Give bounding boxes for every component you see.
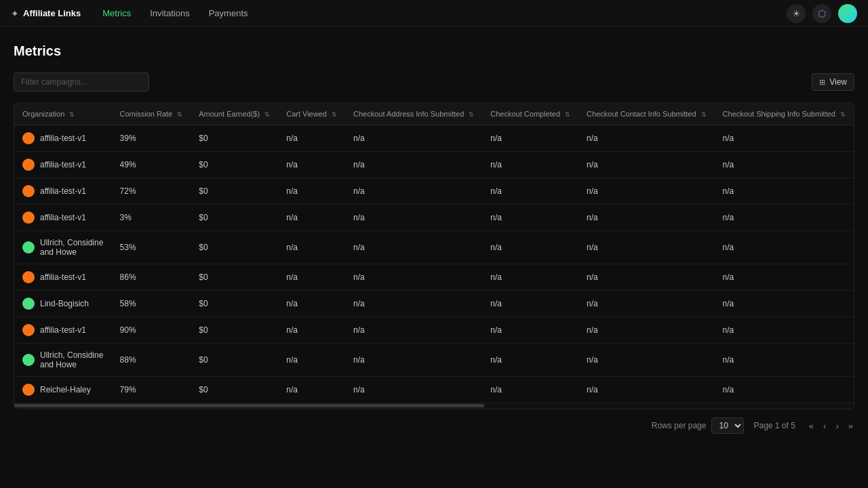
cell-cart-8: n/a (278, 344, 345, 377)
header-actions: ☀ ⬡ (787, 4, 857, 23)
cell-completed-6: n/a (482, 291, 578, 317)
table-scrollbar[interactable] (14, 403, 854, 409)
cell-commission-5: 86% (112, 264, 191, 291)
logo-icon: ✦ (11, 8, 19, 19)
sort-icon-shipping: ⇅ (840, 111, 846, 118)
org-name-5: affilia-test-v1 (40, 272, 86, 282)
cell-shipping-8: n/a (715, 344, 854, 377)
table-scrollbar-thumb (14, 404, 484, 407)
cell-org-1: affilia-test-v1 (14, 152, 112, 178)
org-name-8: Ullrich, Considine and Howe (40, 350, 104, 369)
org-name-4: Ullrich, Considine and Howe (40, 238, 104, 257)
org-dot-1 (22, 159, 35, 171)
cell-shipping-0: n/a (715, 125, 854, 152)
cell-completed-5: n/a (482, 264, 578, 291)
table-row: affilia-test-v1 86% $0 n/a n/a n/a n/a n… (14, 264, 854, 291)
cell-contact-9: n/a (578, 377, 715, 403)
cell-commission-2: 72% (112, 178, 191, 205)
sort-icon-contact: ⇅ (701, 111, 707, 118)
discord-icon[interactable]: ⬡ (812, 4, 831, 23)
cell-cart-7: n/a (278, 317, 345, 344)
table-header-row: Organization ⇅ Comission Rate ⇅ Amount E… (14, 103, 854, 125)
prev-page-button[interactable]: ‹ (819, 418, 830, 434)
cell-address-2: n/a (345, 178, 482, 205)
cell-amount-3: $0 (191, 205, 278, 231)
col-amount[interactable]: Amount Earned($) ⇅ (191, 103, 278, 125)
cell-cart-1: n/a (278, 152, 345, 178)
page-title: Metrics (14, 43, 854, 59)
org-dot-5 (22, 271, 35, 283)
cell-org-5: affilia-test-v1 (14, 264, 112, 291)
sort-icon-cart: ⇅ (332, 111, 337, 118)
cell-address-7: n/a (345, 317, 482, 344)
cell-contact-2: n/a (578, 178, 715, 205)
cell-commission-8: 88% (112, 344, 191, 377)
cell-completed-4: n/a (482, 231, 578, 264)
last-page-button[interactable]: » (844, 418, 857, 434)
org-dot-4 (22, 241, 35, 253)
view-icon: ⊞ (819, 78, 825, 87)
sort-icon-completed: ⇅ (565, 111, 570, 118)
cell-commission-1: 49% (112, 152, 191, 178)
cell-cart-6: n/a (278, 291, 345, 317)
cell-completed-8: n/a (482, 344, 578, 377)
org-dot-3 (22, 211, 35, 224)
rows-per-page-label: Rows per page (652, 421, 707, 430)
logo: ✦ Affiliate Links (11, 8, 81, 19)
cell-commission-3: 3% (112, 205, 191, 231)
cell-amount-9: $0 (191, 377, 278, 403)
page-nav: « ‹ › » (805, 418, 857, 434)
cell-completed-0: n/a (482, 125, 578, 152)
cell-org-7: affilia-test-v1 (14, 317, 112, 344)
view-button-label: View (829, 77, 847, 87)
cell-amount-8: $0 (191, 344, 278, 377)
cell-shipping-3: n/a (715, 205, 854, 231)
first-page-button[interactable]: « (805, 418, 818, 434)
pagination-bar: Rows per page 10 25 50 Page 1 of 5 « ‹ ›… (0, 409, 868, 442)
col-commission[interactable]: Comission Rate ⇅ (112, 103, 191, 125)
cell-contact-5: n/a (578, 264, 715, 291)
org-name-2: affilia-test-v1 (40, 186, 86, 196)
nav-payments[interactable]: Payments (206, 8, 251, 18)
cell-shipping-4: n/a (715, 231, 854, 264)
avatar[interactable] (838, 4, 857, 23)
rows-per-page-select[interactable]: 10 25 50 (711, 418, 744, 434)
col-organization[interactable]: Organization ⇅ (14, 103, 112, 125)
table-row: Lind-Bogisich 58% $0 n/a n/a n/a n/a n/a (14, 291, 854, 317)
cell-contact-3: n/a (578, 205, 715, 231)
cell-amount-6: $0 (191, 291, 278, 317)
org-dot-2 (22, 185, 35, 197)
org-name-9: Reichel-Haley (40, 385, 91, 394)
org-name-0: affilia-test-v1 (40, 134, 86, 143)
cell-amount-4: $0 (191, 231, 278, 264)
cell-org-9: Reichel-Haley (14, 377, 112, 403)
cell-completed-3: n/a (482, 205, 578, 231)
org-name-7: affilia-test-v1 (40, 325, 86, 335)
table-body: affilia-test-v1 39% $0 n/a n/a n/a n/a n… (14, 125, 854, 403)
cell-address-6: n/a (345, 291, 482, 317)
nav-invitations[interactable]: Invitations (147, 8, 193, 18)
col-address[interactable]: Checkout Address Info Submitted ⇅ (345, 103, 482, 125)
cell-amount-0: $0 (191, 125, 278, 152)
col-contact[interactable]: Checkout Contact Info Submitted ⇅ (578, 103, 715, 125)
view-button[interactable]: ⊞ View (812, 73, 854, 91)
cell-commission-0: 39% (112, 125, 191, 152)
org-dot-0 (22, 132, 35, 144)
sort-icon-amount: ⇅ (264, 111, 270, 118)
cell-contact-1: n/a (578, 152, 715, 178)
theme-icon[interactable]: ☀ (787, 4, 806, 23)
cell-commission-4: 53% (112, 231, 191, 264)
cell-commission-9: 79% (112, 377, 191, 403)
col-completed[interactable]: Checkout Completed ⇅ (482, 103, 578, 125)
cell-completed-1: n/a (482, 152, 578, 178)
filter-input[interactable] (14, 73, 149, 92)
nav-metrics[interactable]: Metrics (100, 8, 134, 18)
next-page-button[interactable]: › (831, 418, 842, 434)
cell-address-0: n/a (345, 125, 482, 152)
col-shipping[interactable]: Checkout Shipping Info Submitted ⇅ (715, 103, 854, 125)
col-cart[interactable]: Cart Viewed ⇅ (278, 103, 345, 125)
table-row: affilia-test-v1 3% $0 n/a n/a n/a n/a n/… (14, 205, 854, 231)
org-dot-8 (22, 354, 35, 366)
cell-address-1: n/a (345, 152, 482, 178)
cell-address-8: n/a (345, 344, 482, 377)
